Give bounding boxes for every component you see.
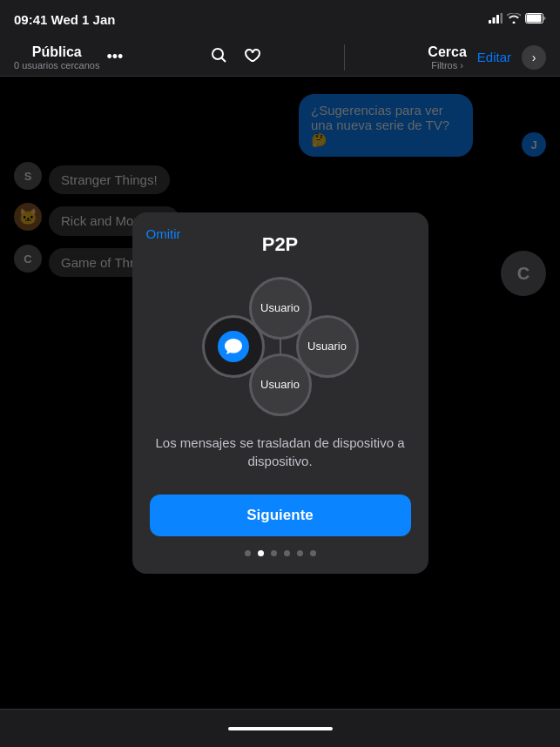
chat-bubble-icon xyxy=(218,331,249,362)
svg-rect-5 xyxy=(527,14,542,22)
search-button[interactable] xyxy=(210,46,227,68)
nav-icons xyxy=(210,46,260,68)
tab-bar xyxy=(0,709,560,747)
nav-left-subtitle: 0 usuarios cercanos xyxy=(14,60,99,71)
p2p-diagram: Usuario Usuario Usuario xyxy=(202,277,359,416)
heart-button[interactable] xyxy=(243,46,260,68)
home-indicator xyxy=(228,727,333,730)
skip-button[interactable]: Omitir xyxy=(146,226,181,241)
modal-p2p: Omitir P2P Usuario xyxy=(132,212,428,574)
more-options-button[interactable]: ••• xyxy=(106,48,123,66)
modal-description: Los mensajes se trasladan de dispositivo… xyxy=(150,434,411,470)
pagination-dots xyxy=(150,550,411,556)
svg-point-6 xyxy=(213,49,223,59)
nav-bar: Pública 0 usuarios cercanos ••• Cerca Fi… xyxy=(0,38,560,77)
dot-2[interactable] xyxy=(258,550,264,556)
edit-button[interactable]: Editar xyxy=(477,50,511,64)
dot-1 xyxy=(245,550,251,556)
dot-5 xyxy=(297,550,303,556)
forward-button[interactable]: › xyxy=(522,45,546,70)
battery-icon xyxy=(525,13,546,26)
dot-6 xyxy=(310,550,316,556)
modal-title: P2P xyxy=(150,233,411,256)
status-bar: 09:41 Wed 1 Jan xyxy=(0,0,560,38)
chat-area: ¿Sugerencias para ver una nueva serie de… xyxy=(0,77,560,709)
wifi-icon xyxy=(507,13,521,26)
modal-overlay: Omitir P2P Usuario xyxy=(0,77,560,709)
dot-4 xyxy=(284,550,290,556)
svg-rect-0 xyxy=(489,20,491,24)
nav-left-title: Pública xyxy=(32,44,82,60)
siguiente-button[interactable]: Siguiente xyxy=(150,495,411,536)
nav-left: Pública 0 usuarios cercanos xyxy=(14,44,99,71)
svg-rect-2 xyxy=(496,15,499,24)
status-time: 09:41 Wed 1 Jan xyxy=(14,12,115,27)
svg-rect-1 xyxy=(493,17,496,24)
svg-rect-3 xyxy=(501,13,503,24)
status-icons xyxy=(489,13,546,26)
nav-right-title: Cerca xyxy=(428,44,466,60)
p2p-user-bottom: Usuario xyxy=(249,353,312,416)
signal-icon xyxy=(489,13,503,26)
nav-filtros[interactable]: Filtros › xyxy=(431,60,463,71)
dot-3 xyxy=(271,550,277,556)
